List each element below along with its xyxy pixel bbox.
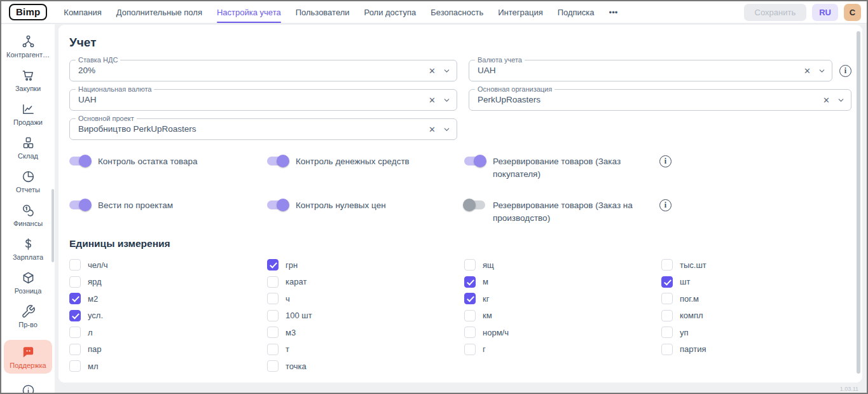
toggle-switch[interactable] [464, 201, 485, 209]
unit-checkbox-row[interactable]: м [464, 276, 661, 288]
topnav-tab[interactable]: ••• [609, 1, 618, 23]
unit-checkbox-row[interactable]: км [464, 310, 661, 321]
topnav-tab[interactable]: Подписка [558, 1, 595, 23]
unit-checkbox-row[interactable]: чел/ч [69, 259, 267, 271]
checkbox[interactable] [464, 344, 476, 355]
checkbox[interactable] [464, 327, 476, 338]
checkbox[interactable] [267, 360, 279, 372]
unit-checkbox-row[interactable]: т [267, 344, 464, 355]
sidebar-item-sales[interactable]: Продажи [4, 102, 52, 126]
sidebar-item-reports[interactable]: Отчеты [4, 169, 52, 193]
clear-icon[interactable]: ✕ [804, 67, 811, 75]
checkbox[interactable] [267, 293, 279, 304]
checkbox[interactable] [464, 276, 476, 288]
sidebar-item-knowledge-base[interactable]: База знаний [4, 383, 52, 394]
checkbox[interactable] [661, 276, 673, 288]
main-project-select[interactable]: Основной проект Виробництво PerkUpRoaste… [69, 118, 457, 140]
checkbox[interactable] [267, 344, 279, 355]
checkbox[interactable] [267, 276, 279, 288]
sidebar-item-production[interactable]: Пр-во [4, 304, 52, 328]
unit-checkbox-row[interactable]: тыс.шт [661, 259, 851, 271]
topnav-tab[interactable]: Компания [64, 1, 102, 23]
language-button[interactable]: RU [812, 4, 838, 21]
unit-checkbox-row[interactable]: г [464, 344, 661, 355]
unit-checkbox-row[interactable]: компл [661, 310, 851, 321]
unit-checkbox-row[interactable]: 100 шт [267, 310, 464, 321]
chevron-down-icon[interactable] [837, 96, 845, 104]
sidebar-item-warehouse[interactable]: Склад [4, 136, 52, 160]
sidebar-item-retail[interactable]: Розница [4, 271, 52, 295]
unit-checkbox-row[interactable]: м3 [267, 327, 464, 338]
sidebar-item-salary[interactable]: Зарплата [4, 237, 52, 261]
topnav-tab[interactable]: Дополнительные поля [116, 1, 202, 23]
checkbox[interactable] [661, 259, 673, 271]
toggle-switch[interactable] [69, 157, 90, 165]
unit-checkbox-row[interactable]: точка [267, 360, 464, 372]
toggle-switch[interactable] [69, 201, 90, 209]
checkbox[interactable] [464, 259, 476, 271]
checkbox[interactable] [661, 327, 673, 338]
chevron-down-icon[interactable] [443, 67, 451, 75]
unit-checkbox-row[interactable]: мл [69, 360, 267, 372]
unit-checkbox-row[interactable]: уп [661, 327, 851, 338]
unit-checkbox-row[interactable]: ярд [69, 276, 267, 288]
topnav-tab[interactable]: Настройка учета [217, 1, 281, 23]
unit-checkbox-row[interactable]: пог.м [661, 293, 851, 304]
unit-checkbox-row[interactable]: карат [267, 276, 464, 288]
sidebar-item-finance[interactable]: Финансы [4, 203, 52, 227]
chevron-down-icon[interactable] [443, 96, 451, 104]
checkbox[interactable] [267, 327, 279, 338]
toggle-switch[interactable] [464, 157, 485, 165]
checkbox[interactable] [69, 344, 81, 355]
national-currency-select[interactable]: Национальная валюта UAH ✕ [69, 89, 457, 111]
accounting-currency-select[interactable]: Валюта учета UAH ✕ [469, 60, 832, 81]
checkbox[interactable] [69, 327, 81, 338]
checkbox[interactable] [267, 310, 279, 321]
unit-checkbox-row[interactable]: шт [661, 276, 851, 288]
main-organization-select[interactable]: Основная организация PerkUpRoasters ✕ [469, 89, 851, 111]
unit-checkbox-row[interactable]: грн [267, 259, 464, 271]
info-icon[interactable] [659, 199, 672, 211]
vat-rate-select[interactable]: Ставка НДС 20% ✕ [69, 60, 457, 81]
unit-checkbox-row[interactable]: ч [267, 293, 464, 304]
checkbox[interactable] [464, 310, 476, 321]
clear-icon[interactable]: ✕ [429, 125, 436, 134]
chevron-down-icon[interactable] [818, 67, 826, 75]
save-button[interactable]: Сохранить [744, 4, 807, 21]
checkbox[interactable] [661, 310, 673, 321]
chevron-down-icon[interactable] [443, 125, 451, 134]
unit-checkbox-row[interactable]: партия [661, 344, 851, 355]
unit-checkbox-row[interactable]: усл. [69, 310, 267, 321]
topnav-tab[interactable]: Безопасность [431, 1, 483, 23]
sidebar-item-support[interactable]: Поддержка [4, 340, 52, 374]
topnav-tab[interactable]: Роли доступа [364, 1, 417, 23]
unit-checkbox-row[interactable]: пар [69, 344, 267, 355]
checkbox[interactable] [69, 310, 81, 321]
checkbox[interactable] [661, 293, 673, 304]
checkbox[interactable] [69, 360, 81, 372]
topnav-tab[interactable]: Пользователи [296, 1, 350, 23]
toggle-switch[interactable] [267, 157, 288, 165]
info-icon[interactable] [659, 155, 672, 167]
checkbox[interactable] [69, 259, 81, 271]
info-icon[interactable] [839, 65, 851, 77]
topnav-tab[interactable]: Интеграция [498, 1, 543, 23]
unit-checkbox-row[interactable]: л [69, 327, 267, 338]
checkbox[interactable] [464, 293, 476, 304]
main-scrollbar[interactable] [857, 31, 860, 374]
unit-checkbox-row[interactable]: ящ [464, 259, 661, 271]
checkbox[interactable] [69, 293, 81, 304]
checkbox[interactable] [69, 276, 81, 288]
checkbox[interactable] [661, 344, 673, 355]
sidebar-item-contractors[interactable]: Контрагент… [4, 34, 52, 59]
clear-icon[interactable]: ✕ [429, 67, 436, 75]
checkbox[interactable] [267, 259, 279, 271]
unit-checkbox-row[interactable]: кг [464, 293, 661, 304]
user-avatar[interactable]: C [844, 4, 861, 21]
toggle-switch[interactable] [267, 201, 288, 209]
unit-checkbox-row[interactable]: м2 [69, 293, 267, 304]
unit-checkbox-row[interactable]: норм/ч [464, 327, 661, 338]
sidebar-scrollbar[interactable] [52, 189, 54, 262]
sidebar-item-purchases[interactable]: Закупки [4, 68, 52, 92]
clear-icon[interactable]: ✕ [823, 96, 830, 104]
